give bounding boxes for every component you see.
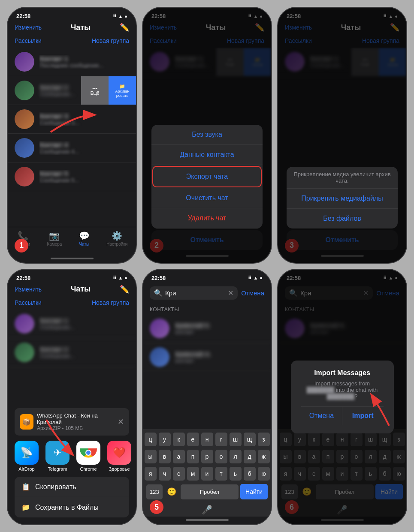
media-attach-btn[interactable]: Прикрепить медиафайлы	[287, 188, 398, 208]
key-п[interactable]: п	[187, 450, 199, 463]
list-item[interactable]: Контакт 4 Сообщение 4...	[8, 134, 136, 162]
share-sheet: 📦 WhatsApp Chat - Кси на Криволай Архив …	[8, 401, 136, 524]
key-123[interactable]: 123	[146, 484, 163, 499]
share-actions: 📋 Скопировать 📁 Сохранить в Файлы	[15, 477, 129, 517]
context-mute[interactable]: Без звука	[151, 125, 263, 145]
key-ь[interactable]: ь	[230, 467, 242, 481]
close-share-btn[interactable]: ✕	[118, 417, 124, 427]
swipe-more-btn[interactable]: ••• Ещё	[81, 76, 109, 105]
list-item[interactable]: Криволай К. контакт	[143, 314, 271, 343]
swipe-archive-btn[interactable]: 📁 Архиви-ровать	[109, 76, 136, 105]
clear-search-icon[interactable]: ✕	[228, 289, 233, 297]
key-р[interactable]: р	[201, 450, 213, 463]
list-item[interactable]: Контакт 3 Сообщение 3...	[8, 105, 136, 134]
key-я[interactable]: я	[145, 467, 157, 481]
share-airdrop[interactable]: 📡 AirDrop	[15, 441, 39, 472]
context-clear[interactable]: Очистить чат	[151, 188, 263, 208]
key-в[interactable]: в	[159, 450, 171, 463]
status-icons-5: ⠿▲●	[248, 275, 263, 281]
key-ш[interactable]: ш	[230, 433, 242, 446]
key-н[interactable]: н	[201, 433, 213, 446]
emoji-icon[interactable]: 🙂	[164, 487, 179, 496]
context-delete[interactable]: Удалить чат	[151, 208, 263, 228]
key-ц[interactable]: ц	[145, 433, 157, 446]
key-к[interactable]: к	[173, 433, 185, 446]
key-ю[interactable]: ю	[258, 467, 270, 481]
key-б[interactable]: б	[244, 467, 256, 481]
compose-icon-1[interactable]: ✏️	[120, 23, 129, 32]
file-icon: 📦	[20, 414, 33, 430]
new-group-link-4[interactable]: Новая группа	[92, 299, 129, 306]
list-item[interactable]: Криволай А. контакт	[143, 343, 271, 372]
swipe-archive-label: Архиви-ровать	[115, 89, 129, 98]
context-export[interactable]: Экспорт чата	[152, 166, 262, 187]
tab-camera[interactable]: 📷 Камера	[47, 231, 62, 246]
chats-icon: 💬	[79, 231, 90, 241]
share-health[interactable]: ❤️ Здоровье	[107, 441, 131, 472]
mic-icon[interactable]: 🎤	[202, 505, 212, 515]
time-5: 22:58	[151, 275, 166, 281]
key-у[interactable]: у	[159, 433, 171, 446]
chrome-icon	[76, 441, 100, 465]
key-а[interactable]: а	[173, 450, 185, 463]
keyboard-5: йцукенгшщзх фывапролджэ ⇧ ячсмитьбю ⌫ 12…	[143, 429, 271, 503]
key-д[interactable]: д	[244, 450, 256, 463]
key-ы[interactable]: ы	[145, 450, 157, 463]
chat-preview: Сообщение...	[39, 324, 129, 331]
key-и[interactable]: и	[201, 467, 213, 481]
edit-btn-4[interactable]: Изменить	[15, 286, 42, 293]
chat-info: Контакт 4 Сообщение 4...	[39, 141, 129, 155]
copy-action[interactable]: 📋 Скопировать	[15, 477, 129, 497]
key-search[interactable]: Найти	[240, 484, 268, 499]
edit-btn-1[interactable]: Изменить	[15, 24, 42, 31]
list-item[interactable]: Контакт 1 Последнее сообщение...	[8, 48, 136, 76]
phone-2: 22:58 ⠿▲● Изменить Чаты ✏️ Рассылки Нова…	[142, 7, 272, 264]
chat-list-1: Контакт 1 Последнее сообщение... Контакт…	[8, 48, 136, 227]
chat-name: Криволай К.	[175, 322, 264, 329]
section-header-1: Рассылки Новая группа	[8, 36, 136, 48]
key-space[interactable]: Пробел	[181, 484, 239, 499]
key-о[interactable]: о	[215, 450, 227, 463]
copy-icon: 📋	[21, 483, 30, 491]
search-cancel-5[interactable]: Отмена	[241, 289, 264, 297]
share-telegram[interactable]: ✈ Telegram	[45, 441, 70, 472]
broadcasts-link-1[interactable]: Рассылки	[15, 37, 42, 44]
chat-preview: Сообщение...	[39, 353, 129, 359]
chat-preview: контакт	[175, 329, 264, 335]
chat-preview: контакт	[175, 358, 264, 364]
search-input-wrap-5[interactable]: 🔍 Кри ✕	[150, 286, 238, 300]
key-ч[interactable]: ч	[159, 467, 171, 481]
list-item[interactable]: Контакт 1 Сообщение...	[8, 310, 136, 338]
key-г[interactable]: г	[215, 433, 227, 446]
save-files-action[interactable]: 📁 Сохранить в Файлы	[15, 497, 129, 517]
compose-icon-4[interactable]: ✏️	[120, 285, 129, 294]
status-bar-4: 22:58 ⠿▲●	[8, 270, 136, 283]
key-ж[interactable]: ж	[258, 450, 270, 463]
context-contact[interactable]: Данные контакта	[151, 145, 263, 165]
chat-info: Криволай К. контакт	[175, 322, 264, 335]
tab-chats[interactable]: 💬 Чаты	[79, 231, 90, 246]
list-item-swiped[interactable]: Контакт 2 Сообщение... ••• Ещё 📁 Архиви-…	[8, 76, 136, 105]
key-з[interactable]: з	[258, 433, 270, 446]
key-с[interactable]: с	[173, 467, 185, 481]
import-confirm-btn[interactable]: Import	[342, 407, 384, 425]
list-item[interactable]: Контакт 2 Сообщение...	[8, 338, 136, 367]
key-м[interactable]: м	[187, 467, 199, 481]
key-щ[interactable]: щ	[244, 433, 256, 446]
key-л[interactable]: л	[230, 450, 242, 463]
broadcasts-link-4[interactable]: Рассылки	[15, 299, 42, 306]
share-chrome[interactable]: Chrome	[76, 441, 100, 472]
tab-settings[interactable]: ⚙️ Настройки	[106, 231, 127, 246]
chat-name: Контакт 3	[39, 112, 129, 120]
list-item[interactable]: Контакт 5 Сообщение 5...	[8, 162, 136, 191]
import-cancel-btn[interactable]: Отмена	[301, 407, 342, 425]
key-е[interactable]: е	[187, 433, 199, 446]
tab-settings-label: Настройки	[106, 242, 127, 246]
media-none-btn[interactable]: Без файлов	[287, 208, 398, 228]
time-4: 22:58	[16, 275, 30, 281]
chrome-label: Chrome	[80, 466, 97, 472]
new-group-link-1[interactable]: Новая группа	[92, 37, 129, 44]
avatar	[15, 343, 34, 362]
search-text-5: Кри	[165, 289, 176, 297]
key-т[interactable]: т	[215, 467, 227, 481]
